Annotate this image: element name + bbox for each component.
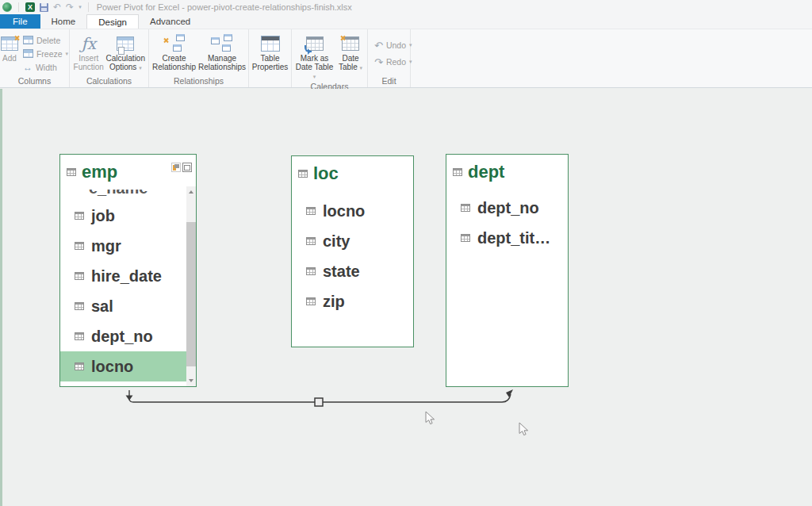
mark-as-date-table-button[interactable]: Mark asDate Table ▾ — [295, 32, 334, 81]
chevron-down-icon: ▾ — [139, 65, 142, 71]
tab-advanced[interactable]: Advanced — [139, 14, 201, 29]
table-loc-columns: locno city state zip — [292, 188, 413, 316]
table-loc-name: loc — [313, 163, 339, 184]
ribbon-group-columns: Add Delete Freeze ▾ ↔ Width Columns — [0, 29, 70, 87]
table-loc[interactable]: loc locno city state zip — [291, 155, 414, 347]
fx-icon: ƒx — [81, 34, 96, 53]
table-dept[interactable]: dept dept_no dept_tit… — [446, 154, 569, 387]
relationship-handle[interactable] — [315, 398, 323, 406]
tab-file[interactable]: File — [0, 14, 40, 29]
redo-button[interactable]: ↷ Redo ▾ — [374, 56, 412, 69]
qat-customize-icon[interactable]: ▾ — [79, 4, 82, 10]
quick-redo-icon[interactable]: ↷ — [66, 3, 74, 11]
freeze-column-button[interactable]: Freeze ▾ — [23, 47, 68, 60]
group-label-properties — [249, 75, 291, 87]
column-icon — [461, 234, 470, 242]
diagram-view-canvas: emp e_name job mgr hire_date sal dept_no… — [0, 89, 812, 506]
column-row[interactable]: job — [60, 201, 186, 231]
tab-design[interactable]: Design — [86, 14, 139, 29]
column-row[interactable]: sal — [60, 291, 186, 321]
table-properties-button[interactable]: TableProperties — [252, 32, 289, 75]
emp-scrollbar[interactable] — [186, 186, 196, 386]
undo-button[interactable]: ↶ Undo ▾ — [374, 39, 412, 52]
column-icon — [461, 204, 470, 212]
chevron-down-icon: ▾ — [313, 74, 316, 79]
table-emp-name: emp — [82, 162, 117, 182]
column-icon — [306, 297, 316, 305]
chevron-down-icon: ▾ — [66, 51, 69, 57]
column-row-partial[interactable]: e_name — [60, 190, 186, 201]
table-dept-columns: dept_no dept_tit… — [446, 186, 568, 253]
group-label-columns: Columns — [0, 75, 69, 87]
column-row[interactable]: city — [292, 226, 413, 256]
column-icon — [306, 237, 316, 245]
column-row[interactable]: locno — [292, 196, 413, 226]
table-emp-header[interactable]: emp — [60, 155, 196, 186]
manage-relationships-icon — [210, 34, 234, 53]
undo-icon: ↶ — [374, 40, 383, 51]
date-table-icon — [342, 36, 359, 51]
create-relationship-icon — [163, 34, 186, 53]
create-hierarchy-icon[interactable] — [171, 163, 181, 172]
group-label-edit: Edit — [368, 75, 410, 87]
column-row[interactable]: dept_tit… — [446, 223, 568, 253]
table-dept-header[interactable]: dept — [446, 155, 568, 186]
scroll-up-button[interactable] — [186, 186, 196, 197]
date-table-button[interactable]: DateTable ▾ — [337, 32, 364, 81]
mouse-cursor — [519, 423, 528, 435]
ribbon-tab-bar: File Home Design Advanced — [0, 14, 812, 29]
save-icon[interactable] — [40, 3, 48, 12]
quick-undo-icon[interactable]: ↶ — [53, 3, 61, 11]
column-row[interactable]: mgr — [60, 231, 186, 261]
insert-function-button[interactable]: ƒx InsertFunction — [73, 32, 105, 75]
column-width-button[interactable]: ↔ Width — [23, 60, 68, 74]
delete-column-button[interactable]: Delete — [23, 33, 68, 47]
calculation-options-button[interactable]: CalculationOptions ▾ — [106, 32, 145, 75]
scroll-down-button[interactable] — [186, 375, 196, 386]
title-bar: X ↶ ↷ ▾ Power Pivot for Excel - power-pi… — [0, 0, 812, 14]
chevron-down-icon: ▾ — [360, 65, 363, 71]
left-edge-strip — [0, 89, 2, 506]
column-icon — [306, 207, 316, 215]
create-relationship-button[interactable]: CreateRelationship — [152, 32, 196, 75]
table-icon — [67, 168, 76, 176]
mark-as-date-table-icon — [306, 36, 324, 51]
column-width-icon: ↔ — [23, 62, 33, 73]
add-column-button[interactable]: Add — [1, 32, 18, 75]
column-icon — [306, 267, 316, 275]
ribbon-group-calculations: ƒx InsertFunction CalculationOptions ▾ C… — [70, 29, 149, 87]
column-row[interactable]: dept_no — [446, 193, 568, 223]
table-dept-name: dept — [468, 162, 504, 182]
column-row-selected[interactable]: locno — [60, 351, 186, 381]
scrollbar-thumb[interactable] — [186, 222, 196, 366]
quick-access-toolbar: X ↶ ↷ ▾ — [2, 2, 90, 12]
column-row[interactable]: hire_date — [60, 261, 186, 291]
table-loc-header[interactable]: loc — [292, 156, 413, 188]
powerpivot-app-icon — [2, 2, 12, 12]
column-icon — [75, 242, 84, 250]
excel-icon[interactable]: X — [25, 2, 35, 12]
group-label-calculations: Calculations — [70, 75, 148, 87]
delete-column-icon — [23, 36, 33, 44]
column-icon — [75, 362, 84, 370]
table-emp[interactable]: emp e_name job mgr hire_date sal dept_no… — [59, 154, 197, 387]
column-icon — [75, 212, 84, 220]
ribbon-group-calendars: Mark asDate Table ▾ DateTable ▾ Calendar… — [292, 29, 368, 87]
ribbon: Add Delete Freeze ▾ ↔ Width Columns — [0, 29, 812, 88]
column-row[interactable]: dept_no — [60, 321, 186, 351]
scroll-down-icon — [189, 379, 193, 382]
ribbon-group-properties: TableProperties — [249, 29, 292, 87]
maximize-icon[interactable] — [182, 163, 192, 172]
table-icon — [453, 168, 462, 176]
ribbon-spacer — [411, 29, 812, 87]
add-column-icon — [1, 36, 18, 51]
column-icon — [75, 332, 84, 340]
column-row[interactable]: zip — [292, 286, 413, 316]
window-title: Power Pivot for Excel - power-pivot-crea… — [97, 2, 352, 12]
tab-home[interactable]: Home — [40, 14, 87, 29]
manage-relationships-button[interactable]: ManageRelationships — [199, 32, 245, 75]
relationship-line[interactable] — [119, 387, 515, 414]
column-row[interactable]: state — [292, 256, 413, 286]
freeze-column-icon — [23, 49, 33, 58]
separator — [88, 2, 89, 12]
